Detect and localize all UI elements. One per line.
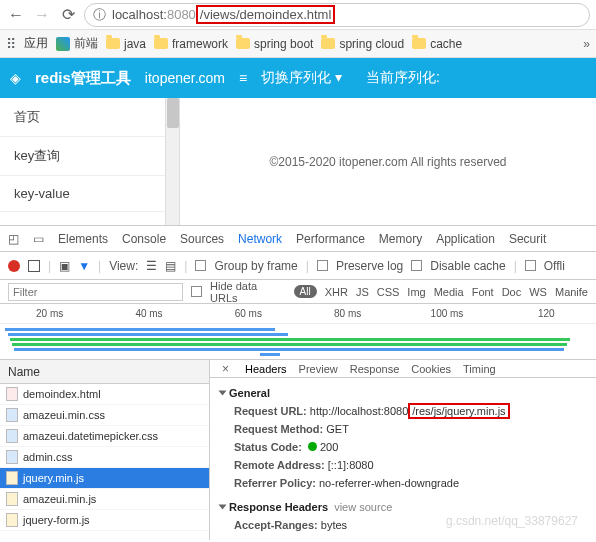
view-small-icon[interactable]: ▤	[165, 259, 176, 273]
camera-icon[interactable]: ▣	[59, 259, 70, 273]
sidebar-scrollbar[interactable]	[165, 98, 179, 225]
request-row[interactable]: amazeui.datetimepicker.css	[0, 426, 209, 447]
file-icon	[6, 471, 18, 485]
group-checkbox[interactable]	[195, 260, 206, 271]
tab-sources[interactable]: Sources	[180, 232, 224, 246]
reload-icon[interactable]: ⟳	[58, 5, 78, 25]
tab-cookies[interactable]: Cookies	[411, 363, 451, 375]
name-column-header[interactable]: Name	[0, 360, 209, 384]
tab-timing[interactable]: Timing	[463, 363, 496, 375]
clear-button[interactable]	[28, 260, 40, 272]
bookmark-item[interactable]: spring boot	[236, 37, 313, 51]
bookmark-item[interactable]: framework	[154, 37, 228, 51]
preserve-label: Preserve log	[336, 259, 403, 273]
file-icon	[6, 492, 18, 506]
file-name: amazeui.datetimepicker.css	[23, 430, 158, 442]
address-bar[interactable]: ⓘ localhost: 8080 /views/demoindex.html	[84, 3, 590, 27]
file-icon	[6, 429, 18, 443]
filter-ws[interactable]: WS	[529, 286, 547, 298]
response-headers-section[interactable]: Response Headers view source	[220, 498, 586, 516]
filter-css[interactable]: CSS	[377, 286, 400, 298]
sidebar-item-key-query[interactable]: key查询	[0, 137, 179, 176]
tab-application[interactable]: Application	[436, 232, 495, 246]
tab-performance[interactable]: Performance	[296, 232, 365, 246]
forward-icon[interactable]: →	[32, 5, 52, 25]
filter-img[interactable]: Img	[407, 286, 425, 298]
tab-console[interactable]: Console	[122, 232, 166, 246]
sidebar: 首页 key查询 key-value	[0, 98, 180, 225]
back-icon[interactable]: ←	[6, 5, 26, 25]
hide-data-urls-label: Hide data URLs	[210, 280, 286, 304]
view-label: View:	[109, 259, 138, 273]
request-row[interactable]: amazeui.min.css	[0, 405, 209, 426]
request-row[interactable]: admin.css	[0, 447, 209, 468]
tab-elements[interactable]: Elements	[58, 232, 108, 246]
info-icon: ⓘ	[93, 6, 106, 24]
offline-label: Offli	[544, 259, 565, 273]
file-name: jquery.min.js	[23, 472, 84, 484]
request-row[interactable]: demoindex.html	[0, 384, 209, 405]
close-detail-icon[interactable]: ×	[218, 362, 233, 376]
filter-xhr[interactable]: XHR	[325, 286, 348, 298]
tab-preview[interactable]: Preview	[299, 363, 338, 375]
copyright-text: ©2015-2020 itopener.com All rights reser…	[180, 98, 596, 225]
logo-icon: ◈	[10, 70, 21, 86]
hide-data-urls-checkbox[interactable]	[191, 286, 202, 297]
waterfall[interactable]	[0, 324, 596, 360]
bookmark-overflow-icon[interactable]: »	[583, 37, 590, 51]
record-button[interactable]	[8, 260, 20, 272]
app-title: redis管理工具	[35, 69, 131, 88]
sidebar-item-home[interactable]: 首页	[0, 98, 179, 137]
detail-tabs: × Headers Preview Response Cookies Timin…	[210, 360, 596, 378]
filter-media[interactable]: Media	[434, 286, 464, 298]
filter-js[interactable]: JS	[356, 286, 369, 298]
url-path-highlight: /views/demoindex.html	[196, 5, 336, 24]
tab-memory[interactable]: Memory	[379, 232, 422, 246]
app-site: itopener.com	[145, 70, 225, 86]
file-name: demoindex.html	[23, 388, 101, 400]
bookmark-item[interactable]: 前端	[56, 35, 98, 52]
request-row[interactable]: amazeui.min.js	[0, 489, 209, 510]
timeline-ruler: 20 ms40 ms60 ms80 ms100 ms120	[0, 304, 596, 324]
apps-icon[interactable]: ⠿	[6, 36, 16, 52]
current-serial-label: 当前序列化:	[366, 69, 440, 87]
inspect-icon[interactable]: ◰	[8, 232, 19, 246]
tab-headers[interactable]: Headers	[245, 363, 287, 375]
group-label: Group by frame	[214, 259, 297, 273]
preserve-checkbox[interactable]	[317, 260, 328, 271]
request-list: Name demoindex.htmlamazeui.min.cssamazeu…	[0, 360, 210, 540]
offline-checkbox[interactable]	[525, 260, 536, 271]
bookmark-item[interactable]: java	[106, 37, 146, 51]
filter-font[interactable]: Font	[472, 286, 494, 298]
file-icon	[6, 387, 18, 401]
tab-network[interactable]: Network	[238, 232, 282, 246]
switch-serial-button[interactable]: 切换序列化 ▾	[261, 69, 342, 87]
devtools-tabs: ◰ ▭ Elements Console Sources Network Per…	[0, 226, 596, 252]
file-name: amazeui.min.css	[23, 409, 105, 421]
filter-doc[interactable]: Doc	[502, 286, 522, 298]
filter-all[interactable]: All	[294, 285, 317, 298]
sidebar-item-key-value[interactable]: key-value	[0, 176, 179, 212]
bookmarks-bar: ⠿ 应用 前端 java framework spring boot sprin…	[0, 30, 596, 58]
file-name: amazeui.min.js	[23, 493, 96, 505]
disable-cache-label: Disable cache	[430, 259, 505, 273]
url-host: localhost:	[112, 7, 167, 22]
filter-icon[interactable]: ▼	[78, 259, 90, 273]
network-toolbar: | ▣ ▼ | View: ☰ ▤ | Group by frame | Pre…	[0, 252, 596, 280]
bookmark-item[interactable]: spring cloud	[321, 37, 404, 51]
filter-input[interactable]	[8, 283, 183, 301]
device-icon[interactable]: ▭	[33, 232, 44, 246]
disable-cache-checkbox[interactable]	[411, 260, 422, 271]
view-large-icon[interactable]: ☰	[146, 259, 157, 273]
request-row[interactable]: jquery.min.js	[0, 468, 209, 489]
general-section[interactable]: General	[220, 384, 586, 402]
request-row[interactable]: jquery-form.js	[0, 510, 209, 531]
bookmark-item[interactable]: cache	[412, 37, 462, 51]
url-port: 8080	[167, 7, 196, 22]
tab-response[interactable]: Response	[350, 363, 400, 375]
tab-security[interactable]: Securit	[509, 232, 546, 246]
apps-label[interactable]: 应用	[24, 35, 48, 52]
request-url-highlight: /res/js/jquery.min.js	[408, 403, 509, 419]
status-dot-icon	[308, 442, 317, 451]
filter-manifest[interactable]: Manife	[555, 286, 588, 298]
